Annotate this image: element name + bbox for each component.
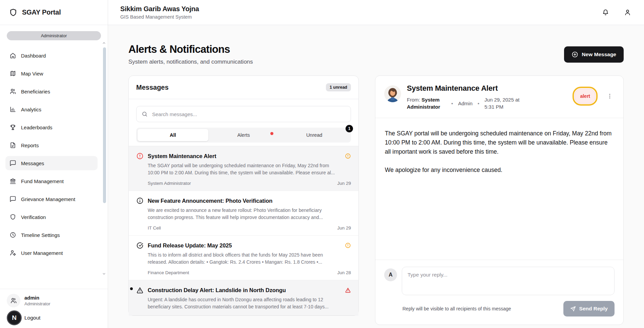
sidebar-item-map-view[interactable]: Map View — [5, 66, 98, 81]
message-preview: The SGAY portal will be undergoing sched… — [148, 162, 337, 176]
unread-count-badge: 1 unread — [326, 83, 351, 91]
sidebar-item-reports[interactable]: Reports — [5, 138, 98, 152]
portal-subtitle: GIS Based Management System — [120, 14, 199, 20]
message-filter-tabs: AllAlertsUnread1 — [136, 128, 351, 143]
sidebar-item-label: Reports — [21, 143, 39, 148]
new-message-button[interactable]: New Message — [564, 46, 624, 63]
message-body-paragraph: We apologize for any inconvenience cause… — [385, 166, 614, 175]
notifications-bell-icon[interactable] — [602, 9, 609, 16]
sidebar-item-beneficiaries[interactable]: Beneficiaries — [5, 84, 98, 99]
message-list-item[interactable]: Fund Release Update: May 2025This is to … — [129, 236, 358, 280]
messages-panel-title: Messages — [136, 84, 169, 91]
reply-section: A Reply will be visible to all recipient… — [375, 260, 623, 325]
message-sender: IT Cell — [148, 225, 161, 231]
search-icon — [142, 111, 148, 117]
from-label: From: — [407, 97, 420, 103]
message-date: Jun 29 — [337, 225, 351, 231]
message-list-item[interactable]: New Feature Announcement: Photo Verifica… — [129, 191, 358, 236]
sidebar-item-leaderboards[interactable]: Leaderboards — [5, 120, 98, 134]
sidebar-item-label: Grievance Management — [21, 196, 75, 202]
message-sender: System Administrator — [148, 181, 191, 186]
message-body: The SGAY portal will be undergoing sched… — [375, 118, 623, 260]
sidebar-item-label: Messages — [21, 160, 44, 166]
sidebar-item-analytics[interactable]: Analytics — [5, 102, 98, 116]
message-detail-panel: System Maintenance Alert From: System Ad… — [375, 75, 624, 325]
profile-icon[interactable] — [624, 9, 631, 16]
topbar: Sikkim Garib Awas Yojna GIS Based Manage… — [108, 0, 644, 25]
detail-meta: From: System Administrator • Admin • Jun… — [407, 96, 527, 110]
new-message-label: New Message — [582, 51, 616, 58]
app-title: SGAY Portal — [22, 8, 61, 16]
sidebar-item-label: Analytics — [21, 107, 41, 112]
sidebar-item-label: Verification — [21, 214, 46, 220]
meta-separator: • — [478, 100, 479, 107]
message-preview: Urgent: A landslide has occurred in Nort… — [148, 296, 337, 310]
more-options-icon[interactable] — [606, 93, 613, 100]
user-cog-icon — [9, 249, 16, 256]
message-preview: We are excited to announce a new feature… — [148, 207, 337, 221]
meta-separator: • — [451, 100, 453, 107]
sidebar-item-messages[interactable]: Messages — [5, 156, 98, 170]
message-square-icon — [9, 160, 16, 167]
sidebar-scrollbar-thumb[interactable] — [103, 47, 106, 203]
unread-tab-count-badge: 1 — [346, 125, 353, 132]
page-subtitle: System alerts, notifications, and commun… — [128, 59, 253, 65]
message-date: Jun 29 — [337, 181, 351, 186]
users-icon — [9, 88, 16, 95]
tab-label: Alerts — [237, 132, 250, 138]
logout-button[interactable]: N Logout — [7, 310, 101, 325]
message-list-item[interactable]: Construction Delay Alert: Landslide in N… — [129, 280, 358, 315]
user-role: Administrator — [24, 301, 50, 306]
plus-circle-icon — [572, 51, 578, 58]
send-icon — [570, 306, 576, 312]
sidebar-item-label: Dashboard — [21, 53, 46, 59]
shield-icon — [9, 214, 16, 220]
file-text-icon — [9, 142, 16, 149]
tab-alerts[interactable]: Alerts — [208, 129, 279, 141]
message-date: Jun 28 — [337, 270, 351, 275]
tab-label: All — [170, 132, 176, 138]
sidebar-item-grievance-management[interactable]: Grievance Management — [5, 192, 98, 206]
message-title: Fund Release Update: May 2025 — [148, 242, 341, 249]
message-body-paragraph: The SGAY portal will be undergoing sched… — [385, 129, 614, 156]
tab-unread[interactable]: Unread1 — [279, 129, 350, 141]
alert-circle-icon — [345, 242, 351, 248]
alert-type-badge: alert — [575, 89, 596, 104]
alert-triangle-icon — [345, 287, 351, 293]
sidebar-nav: Dashboard Map View Beneficiaries Analyti… — [0, 44, 108, 289]
message-list-item[interactable]: System Maintenance AlertThe SGAY portal … — [129, 146, 358, 191]
send-reply-label: Send Reply — [579, 306, 608, 312]
reply-input[interactable] — [402, 267, 615, 295]
alert-triangle-icon — [136, 286, 144, 294]
sidebar-item-fund-management[interactable]: Fund Management — [5, 174, 98, 188]
chevron-up-icon[interactable] — [102, 41, 106, 45]
sidebar: SGAY Portal Administrator Dashboard Map … — [0, 0, 108, 328]
tab-all[interactable]: All — [138, 129, 208, 141]
message-title: System Maintenance Alert — [148, 153, 341, 159]
search-input[interactable] — [136, 106, 351, 122]
message-square-icon — [9, 196, 16, 202]
sidebar-item-timeline-settings[interactable]: Timeline Settings — [5, 228, 98, 242]
alert-circle-icon — [345, 153, 351, 159]
dev-overlay-badge[interactable]: N — [7, 310, 22, 325]
sidebar-item-dashboard[interactable]: Dashboard — [5, 48, 98, 63]
chevron-down-icon[interactable] — [102, 271, 106, 276]
sidebar-footer: admin Administrator N Logout — [0, 289, 108, 328]
tab-label: Unread — [306, 132, 323, 138]
sidebar-item-label: User Management — [21, 250, 63, 256]
role-badge: Administrator — [7, 31, 101, 40]
main-content: Alerts & Notifications System alerts, no… — [108, 25, 644, 328]
home-icon — [9, 52, 16, 59]
users-icon — [10, 297, 17, 304]
logout-label: Logout — [24, 315, 40, 321]
message-timestamp: Jun 29, 2025 at 5:31 PM — [484, 96, 527, 110]
sidebar-header: SGAY Portal — [0, 0, 108, 25]
landmark-icon — [9, 178, 16, 184]
sidebar-item-verification[interactable]: Verification — [5, 210, 98, 224]
send-reply-button[interactable]: Send Reply — [563, 301, 615, 316]
sidebar-item-user-management[interactable]: User Management — [5, 246, 98, 260]
message-list: System Maintenance AlertThe SGAY portal … — [129, 146, 358, 315]
portal-title: Sikkim Garib Awas Yojna — [120, 5, 199, 13]
bar-chart-icon — [9, 106, 16, 113]
sidebar-item-label: Timeline Settings — [21, 232, 60, 238]
